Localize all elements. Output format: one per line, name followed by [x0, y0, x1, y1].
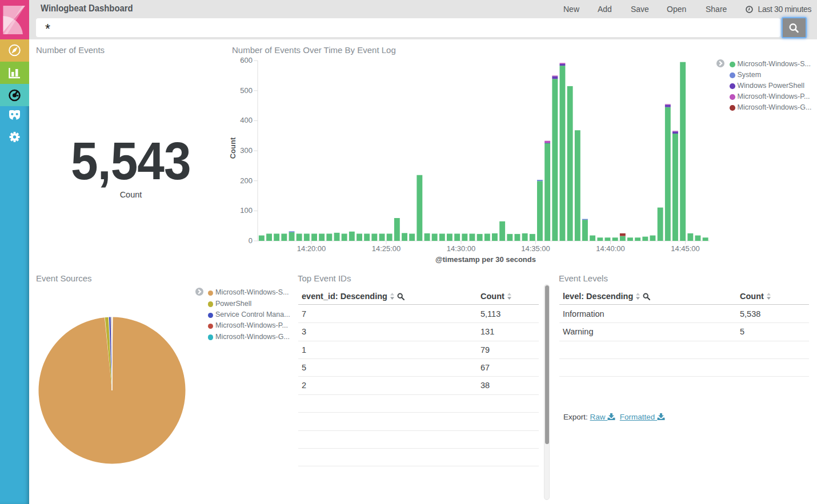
svg-text:14:30:00: 14:30:00: [447, 244, 476, 253]
svg-text:300: 300: [240, 146, 253, 155]
svg-text:500: 500: [240, 86, 253, 95]
svg-text:14:25:00: 14:25:00: [372, 244, 401, 253]
svg-text:0: 0: [249, 236, 253, 245]
svg-text:600: 600: [240, 56, 253, 64]
svg-text:100: 100: [240, 206, 253, 215]
svg-text:400: 400: [240, 116, 253, 124]
svg-text:14:40:00: 14:40:00: [596, 244, 625, 253]
svg-text:14:45:00: 14:45:00: [671, 244, 700, 253]
svg-text:14:35:00: 14:35:00: [521, 244, 550, 253]
svg-text:200: 200: [240, 176, 253, 185]
svg-text:14:20:00: 14:20:00: [297, 244, 326, 253]
